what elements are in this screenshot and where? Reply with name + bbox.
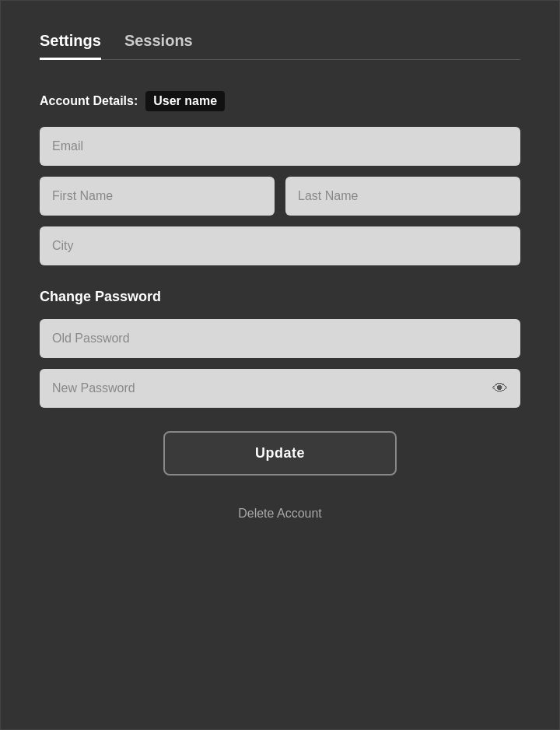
tab-settings[interactable]: Settings [40, 32, 101, 60]
last-name-group [285, 177, 520, 216]
settings-panel: Settings Sessions Account Details: User … [0, 0, 560, 730]
email-group [40, 127, 520, 166]
update-button-wrapper: Update [40, 431, 520, 476]
new-password-field[interactable] [40, 369, 520, 408]
new-password-group: 👁 [40, 369, 520, 408]
account-details-label: Account Details: [40, 94, 138, 108]
delete-account-button[interactable]: Delete Account [238, 507, 322, 521]
toggle-password-icon[interactable]: 👁 [492, 380, 508, 398]
name-row [40, 177, 520, 216]
tab-sessions[interactable]: Sessions [124, 32, 193, 60]
first-name-field[interactable] [40, 177, 275, 216]
city-group [40, 226, 520, 265]
old-password-group [40, 319, 520, 358]
delete-account-wrapper: Delete Account [40, 507, 520, 521]
username-badge: User name [145, 91, 225, 111]
account-details-section: Account Details: User name [40, 91, 520, 111]
email-field[interactable] [40, 127, 520, 166]
city-field[interactable] [40, 226, 520, 265]
last-name-field[interactable] [285, 177, 520, 216]
first-name-group [40, 177, 275, 216]
tabs-container: Settings Sessions [40, 32, 520, 60]
update-button[interactable]: Update [163, 431, 397, 476]
change-password-heading: Change Password [40, 289, 520, 305]
old-password-field[interactable] [40, 319, 520, 358]
